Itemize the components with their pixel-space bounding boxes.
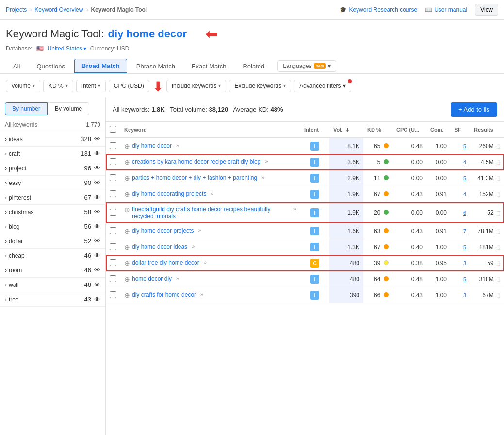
intent-badge: I xyxy=(310,158,319,167)
row-checkbox-cell xyxy=(106,239,120,255)
sf-link[interactable]: 6 xyxy=(463,210,466,216)
tab-broad-match[interactable]: Broad Match xyxy=(74,59,127,73)
sidebar-count-blog: 56 xyxy=(84,223,91,230)
sidebar-label-project: project xyxy=(9,165,26,172)
chevron-double-icon: » xyxy=(175,275,179,281)
sf-cell: 3 xyxy=(451,287,470,303)
row-checkbox[interactable] xyxy=(110,275,116,282)
row-checkbox[interactable] xyxy=(110,158,116,165)
th-sf[interactable]: SF xyxy=(451,122,470,138)
volume-filter[interactable]: Volume ▾ xyxy=(6,80,40,92)
sf-link[interactable]: 4 xyxy=(463,159,466,165)
view-button[interactable]: View xyxy=(475,4,498,16)
table-row: ⊕ diy home decor projects » I 1.6K 63 0.… xyxy=(106,223,504,239)
tab-questions[interactable]: Questions xyxy=(29,59,72,73)
keyword-link[interactable]: ⊕ dollar tree diy home decor » xyxy=(124,259,296,267)
sf-link[interactable]: 3 xyxy=(463,292,466,298)
sf-link[interactable]: 3 xyxy=(463,260,466,266)
row-checkbox[interactable] xyxy=(110,259,116,266)
keyword-link[interactable]: ⊕ home decor diy » xyxy=(124,275,296,283)
sf-link[interactable]: 7 xyxy=(463,228,466,234)
sf-link[interactable]: 4 xyxy=(463,191,466,197)
row-checkbox[interactable] xyxy=(110,209,116,216)
sf-link[interactable]: 5 xyxy=(463,143,466,149)
languages-dropdown[interactable]: Languages beta ▾ xyxy=(277,60,336,72)
sf-link[interactable]: 5 xyxy=(463,244,466,250)
add-to-list-button[interactable]: + Add to lis xyxy=(451,102,497,117)
th-kd[interactable]: KD % xyxy=(363,122,392,138)
tab-all[interactable]: All xyxy=(6,59,27,73)
advanced-filters-button[interactable]: Advanced filters ▾ xyxy=(294,80,351,92)
table-row: ⊕ diy home decor ideas » I 1.3K 67 0.40 … xyxy=(106,239,504,255)
sf-link[interactable]: 5 xyxy=(463,175,466,181)
tab-exact-match[interactable]: Exact Match xyxy=(184,59,234,73)
sidebar-item-tree[interactable]: › tree 43 👁 xyxy=(0,292,105,307)
com-value: 1.00 xyxy=(436,143,447,150)
user-manual-label: User manual xyxy=(434,6,467,13)
row-checkbox[interactable] xyxy=(110,227,116,234)
country-link[interactable]: United States ▾ xyxy=(48,45,86,52)
sidebar-item-ideas[interactable]: › ideas 328 👁 xyxy=(0,132,105,147)
intent-dropdown-icon: ▾ xyxy=(98,83,100,88)
annotation-arrow: ⬅ xyxy=(205,25,218,43)
cpc-filter[interactable]: CPC (USD) xyxy=(109,80,149,92)
com-value: 0.95 xyxy=(436,260,447,267)
th-volume[interactable]: Vol. ⬇ xyxy=(329,122,363,138)
kd-filter[interactable]: KD % ▾ xyxy=(43,80,73,92)
user-manual-link[interactable]: 📖 User manual xyxy=(425,6,467,13)
th-checkbox xyxy=(106,122,120,138)
keyword-link[interactable]: ⊕ creations by kara home decor recipe cr… xyxy=(124,158,296,166)
th-cpc[interactable]: CPC (U... xyxy=(392,122,426,138)
keyword-link[interactable]: ⊕ diy crafts for home decor » xyxy=(124,291,296,299)
keyword-link[interactable]: ⊕ diy home decor ideas » xyxy=(124,243,296,251)
kd-dot xyxy=(384,260,389,265)
by-number-button[interactable]: By number xyxy=(5,102,48,115)
keyword-link[interactable]: ⊕ finecraftguild diy crafts home decor r… xyxy=(124,206,296,219)
intent-cell: I xyxy=(300,223,329,239)
tab-related[interactable]: Related xyxy=(235,59,272,73)
sidebar-item-room[interactable]: › room 46 👁 xyxy=(0,263,105,278)
kd-cell: 67 xyxy=(363,186,392,202)
sidebar-item-wall[interactable]: › wall 46 👁 xyxy=(0,278,105,292)
sidebar-item-project[interactable]: › project 96 👁 xyxy=(0,161,105,176)
sidebar-item-craft[interactable]: › craft 131 👁 xyxy=(0,147,105,161)
keyword-link[interactable]: ⊕ diy home decor projects » xyxy=(124,227,296,235)
keyword-link[interactable]: ⊕ parties + home decor + diy + fashion +… xyxy=(124,174,296,182)
eye-icon-craft: 👁 xyxy=(94,150,100,157)
sidebar-item-blog[interactable]: › blog 56 👁 xyxy=(0,219,105,234)
row-checkbox[interactable] xyxy=(110,142,116,149)
keyword-link[interactable]: ⊕ diy home decorating projects » xyxy=(124,190,296,198)
th-results[interactable]: Results xyxy=(470,122,504,138)
row-checkbox[interactable] xyxy=(110,243,116,250)
include-keywords-filter[interactable]: Include keywords ▾ xyxy=(166,80,227,92)
kd-value: 66 xyxy=(374,292,380,299)
intent-badge: I xyxy=(310,208,319,217)
by-volume-button[interactable]: By volume xyxy=(48,102,89,115)
row-checkbox[interactable] xyxy=(110,174,116,181)
com-value: 1.00 xyxy=(436,276,447,283)
exclude-keywords-filter[interactable]: Exclude keywords ▾ xyxy=(229,80,291,92)
sf-link[interactable]: 5 xyxy=(463,276,466,282)
th-com[interactable]: Com. xyxy=(426,122,451,138)
expand-icon-project: › xyxy=(5,165,7,172)
intent-badge: C xyxy=(310,259,319,268)
row-checkbox[interactable] xyxy=(110,190,116,197)
sidebar-item-easy[interactable]: › easy 90 👁 xyxy=(0,176,105,190)
select-all-checkbox[interactable] xyxy=(110,126,116,133)
breadcrumb-keyword-overview[interactable]: Keyword Overview xyxy=(34,6,83,13)
intent-filter[interactable]: Intent ▾ xyxy=(76,80,106,92)
sidebar-item-pinterest[interactable]: › pinterest 67 👁 xyxy=(0,190,105,205)
tab-phrase-match[interactable]: Phrase Match xyxy=(129,59,182,73)
breadcrumb-projects[interactable]: Projects xyxy=(6,6,27,13)
th-intent[interactable]: Intent xyxy=(300,122,329,138)
row-checkbox[interactable] xyxy=(110,291,116,298)
sidebar-item-cheap[interactable]: › cheap 46 👁 xyxy=(0,249,105,263)
research-course-link[interactable]: 🎓 Keyword Research course xyxy=(340,6,417,13)
sidebar-item-dollar[interactable]: › dollar 52 👁 xyxy=(0,234,105,249)
expand-icon-pinterest: › xyxy=(5,194,7,201)
sf-cell: 3 xyxy=(451,255,470,271)
results-value: 318M xyxy=(479,276,494,283)
th-keyword[interactable]: Keyword xyxy=(120,122,300,138)
sidebar-item-christmas[interactable]: › christmas 58 👁 xyxy=(0,205,105,219)
keyword-link[interactable]: ⊕ diy home decor » xyxy=(124,142,296,150)
